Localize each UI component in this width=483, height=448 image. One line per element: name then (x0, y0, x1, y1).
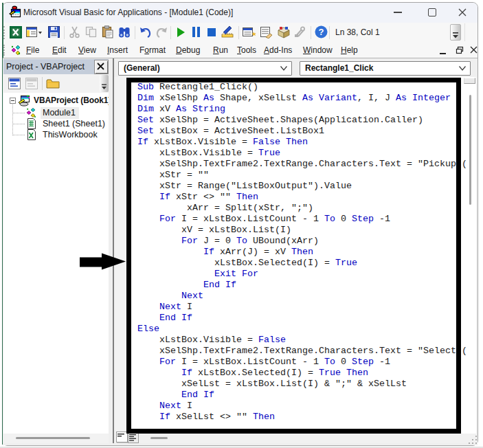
svg-text:?: ? (319, 27, 324, 37)
